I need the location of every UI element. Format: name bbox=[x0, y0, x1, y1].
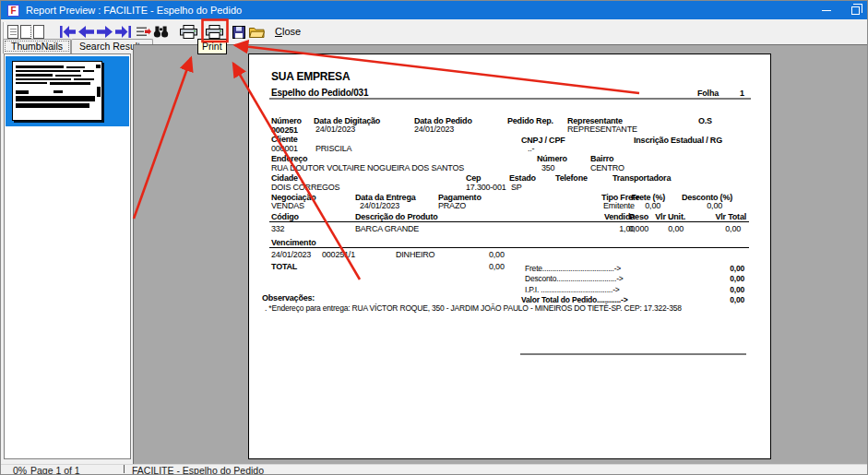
print-tooltip: Print bbox=[197, 39, 227, 54]
vencimento-forma: DINHEIRO bbox=[396, 250, 434, 259]
restore-icon bbox=[851, 6, 860, 15]
goto-page-icon bbox=[137, 26, 151, 38]
header-rule bbox=[269, 98, 751, 100]
title-bar: F Report Preview : FACILITE - Espelho do… bbox=[1, 1, 868, 19]
data-entrega-value: 24/01/2023 bbox=[360, 201, 399, 210]
window-title: Report Preview : FACILITE - Espelho do P… bbox=[26, 5, 242, 16]
numero-end-value: 350 bbox=[541, 163, 554, 172]
close-button[interactable]: Close bbox=[269, 23, 306, 40]
pedido-rep-label: Pedido Rep. bbox=[507, 116, 553, 125]
desconto-valor: 0,00 bbox=[730, 274, 744, 283]
zoom-fit-icon bbox=[7, 25, 18, 39]
pagamento-value: PRAZO bbox=[438, 201, 466, 210]
folha-label: Folha bbox=[697, 89, 719, 98]
cep-value: 17.300-001 bbox=[466, 183, 506, 192]
codigo-header: Código bbox=[271, 212, 299, 221]
cliente-label: Cliente bbox=[271, 135, 298, 144]
thumbnail-list[interactable] bbox=[4, 53, 131, 459]
toolbar-separator bbox=[3, 22, 6, 41]
cidade-label: Cidade bbox=[271, 173, 298, 183]
printer-setup-icon bbox=[180, 25, 197, 39]
frete-valor: 0,00 bbox=[730, 264, 744, 273]
cliente-codigo: 000001 bbox=[271, 144, 298, 153]
printer-setup-button[interactable] bbox=[180, 22, 197, 42]
report-company: SUA EMPRESA bbox=[271, 70, 350, 83]
tipo-frete-value: Emitente bbox=[603, 201, 635, 210]
descricao-header: Descrição do Produto bbox=[355, 212, 438, 221]
open-button[interactable] bbox=[249, 22, 265, 42]
page-info: Page 1 of 1 bbox=[30, 465, 80, 475]
data-pedido-value: 24/01/2023 bbox=[414, 125, 454, 134]
report-page: SUA EMPRESA Espelho do Pedido/031 Folha … bbox=[248, 53, 771, 459]
prev-page-icon bbox=[78, 26, 94, 38]
frete-pct-value: 0,00 bbox=[645, 201, 660, 210]
items-header-rule bbox=[269, 221, 749, 222]
zoom-width-icon bbox=[20, 25, 31, 39]
report-title: Espelho do Pedido/031 bbox=[271, 88, 368, 98]
estado-label: Estado bbox=[509, 173, 536, 183]
status-divider bbox=[124, 465, 125, 473]
data-digitacao-value: 24/01/2023 bbox=[315, 125, 355, 134]
desconto-leader: Desconto..............................-> bbox=[525, 274, 624, 283]
frete-leader: Frete...................................… bbox=[525, 264, 621, 273]
print-icon bbox=[206, 25, 223, 39]
bairro-value: CENTRO bbox=[590, 163, 624, 172]
restore-button[interactable] bbox=[851, 6, 860, 15]
tab-thumbnails[interactable]: ThumbNails bbox=[3, 39, 71, 53]
vlr-total-header: Vlr Total bbox=[715, 212, 746, 221]
numero-end-label: Número bbox=[537, 154, 567, 163]
valor-total-valor: 0,00 bbox=[730, 295, 744, 304]
observacoes-text: . *Endereço para entrega: RUA VÍCTOR ROQ… bbox=[265, 303, 682, 313]
progress-text: 0% bbox=[13, 465, 27, 475]
telefone-label: Telefone bbox=[555, 173, 588, 183]
cidade-value: DOIS CÓRREGOS bbox=[271, 183, 339, 192]
os-label: O.S bbox=[698, 116, 712, 125]
cliente-nome: PRISCILA bbox=[315, 144, 351, 153]
last-page-icon bbox=[115, 26, 131, 38]
panel-tabs: ThumbNails Search Results bbox=[3, 39, 153, 53]
item-codigo: 332 bbox=[271, 224, 284, 233]
close-button-label: Close bbox=[275, 26, 301, 37]
numero-value: 000251 bbox=[271, 125, 298, 135]
representante-value: REPRESENTANTE bbox=[567, 125, 637, 134]
vencimento-rule bbox=[269, 247, 749, 248]
minimize-button[interactable] bbox=[822, 10, 831, 11]
vencimento-label: Vencimento bbox=[271, 238, 316, 247]
vlr-unit-header: Vlr Unit. bbox=[655, 212, 685, 221]
minimize-icon bbox=[822, 10, 831, 11]
vencimento-data: 24/01/2023 bbox=[271, 250, 311, 259]
peso-header: Peso bbox=[629, 212, 648, 221]
thumbnail-item-selected[interactable] bbox=[6, 56, 129, 126]
item-vlr-unit: 0,00 bbox=[668, 224, 684, 233]
numero-label: Número bbox=[271, 116, 302, 125]
vencimento-doc: 000251/1 bbox=[322, 250, 355, 259]
save-button[interactable] bbox=[232, 22, 245, 42]
first-page-icon bbox=[60, 26, 76, 38]
app-icon: F bbox=[7, 5, 19, 17]
report-preview-window: F Report Preview : FACILITE - Espelho do… bbox=[0, 0, 868, 475]
observacoes-label: Observações: bbox=[262, 293, 315, 303]
ie-label: Inscrição Estadual / RG bbox=[634, 136, 722, 145]
ipi-leader: I.P.I. .................................… bbox=[525, 285, 620, 294]
total-label: TOTAL bbox=[271, 262, 297, 271]
folha-value: 1 bbox=[740, 89, 744, 98]
transportadora-label: Transportadora bbox=[612, 173, 671, 183]
signature-rule bbox=[520, 353, 746, 355]
endereco-label: Endereço bbox=[271, 154, 307, 163]
estado-value: SP bbox=[511, 183, 522, 192]
status-bar: 0% Page 1 of 1 FACILITE - Espelho do Ped… bbox=[1, 464, 868, 475]
vencimento-valor: 0,00 bbox=[489, 250, 505, 259]
search-button[interactable] bbox=[153, 22, 169, 42]
item-peso: 0,000 bbox=[628, 224, 648, 233]
item-descricao: BARCA GRANDE bbox=[355, 224, 419, 233]
ipi-valor: 0,00 bbox=[730, 285, 744, 294]
preview-area: SUA EMPRESA Espelho do Pedido/031 Folha … bbox=[133, 44, 868, 465]
total-valor: 0,00 bbox=[489, 262, 505, 271]
page-thumbnail bbox=[12, 61, 102, 121]
bairro-label: Bairro bbox=[590, 154, 613, 163]
negociacao-value: VENDAS bbox=[271, 201, 304, 210]
status-doc-title: FACILITE - Espelho do Pedido bbox=[132, 465, 264, 475]
save-icon bbox=[232, 26, 245, 39]
desconto-pct-value: 0,00 bbox=[707, 201, 722, 210]
search-icon bbox=[153, 26, 169, 38]
